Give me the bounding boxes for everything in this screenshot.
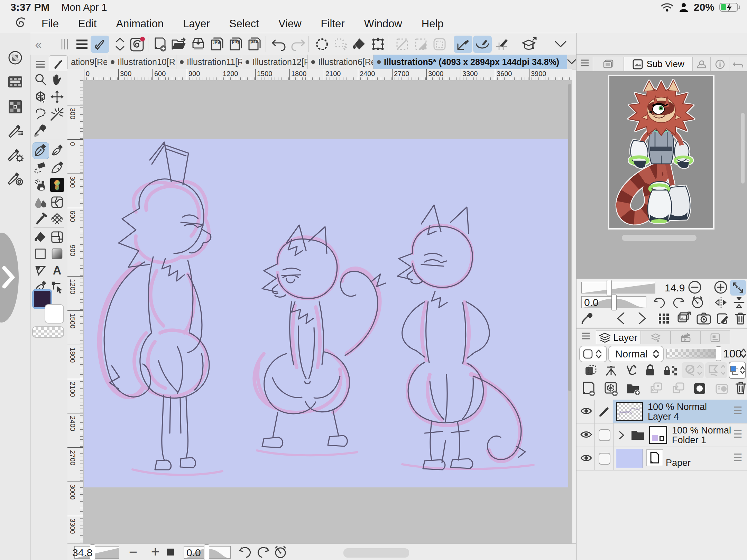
correction-tool[interactable] <box>34 212 47 226</box>
selection-launcher-icon[interactable] <box>431 36 448 53</box>
decoration-tool[interactable] <box>50 178 64 192</box>
subview-flip-vertical-icon[interactable] <box>731 295 747 310</box>
canvas-viewport[interactable] <box>83 80 572 543</box>
liquify-tool[interactable] <box>50 195 64 209</box>
subview-delete-icon[interactable] <box>733 311 747 326</box>
object-tool[interactable] <box>50 280 64 294</box>
redo-icon[interactable] <box>289 36 306 53</box>
transparent-color-swatch[interactable] <box>32 326 64 338</box>
tab-sub-view[interactable]: Sub View <box>624 57 693 71</box>
folder1-drag-handle[interactable]: ☰ <box>733 428 743 440</box>
tab-reference[interactable] <box>693 57 711 71</box>
timeline-icon[interactable] <box>8 75 23 90</box>
folder1-thumbnail[interactable] <box>649 426 667 444</box>
airbrush-tool[interactable] <box>34 178 47 192</box>
blend-tool[interactable] <box>50 161 64 175</box>
brush-size-palette-icon[interactable] <box>8 171 23 186</box>
collapse-palette-icon[interactable]: « <box>30 36 47 53</box>
subview-reset-rotation-icon[interactable] <box>690 295 705 310</box>
subview-fit-icon[interactable] <box>730 280 746 296</box>
command-bar-menu-icon[interactable] <box>73 36 91 53</box>
tab-layer-property[interactable] <box>641 330 671 344</box>
zoom-out-button[interactable]: − <box>126 544 141 560</box>
menu-animation[interactable]: Animation <box>116 18 164 30</box>
lock-transparent-icon[interactable] <box>663 364 677 377</box>
tool-tab-pen[interactable] <box>49 55 68 71</box>
tab-information[interactable] <box>711 57 729 71</box>
new-raster-layer-icon[interactable] <box>581 381 596 396</box>
reset-rotation-icon[interactable] <box>274 545 287 559</box>
delete-layer-icon[interactable] <box>735 381 747 395</box>
toolbar-chevron-down-icon[interactable] <box>552 36 569 53</box>
folder1-checkbox[interactable] <box>599 429 610 441</box>
subview-next-icon[interactable] <box>635 311 650 326</box>
paper-drag-handle[interactable]: ☰ <box>733 451 743 464</box>
paper-thumbnail[interactable] <box>616 449 643 468</box>
secondary-color-swatch[interactable] <box>45 304 64 324</box>
undo-icon[interactable] <box>270 36 288 53</box>
menu-file[interactable]: File <box>42 18 59 30</box>
wand-tool[interactable] <box>50 107 64 121</box>
transform-icon[interactable] <box>369 36 387 53</box>
layer-panel-menu-icon[interactable] <box>581 333 590 339</box>
subview-zoom-in-icon[interactable] <box>713 280 728 295</box>
operation-3d-tool[interactable] <box>34 90 47 104</box>
fill-tool-icon[interactable] <box>351 36 368 53</box>
snap-grid-icon[interactable] <box>494 36 511 53</box>
clip-to-layer-icon[interactable] <box>584 364 597 377</box>
menu-view[interactable]: View <box>278 18 302 30</box>
palette-drag-handle[interactable] <box>56 36 73 53</box>
edge-reveal-chevron-icon[interactable] <box>1 265 15 289</box>
touch-gesture-tool[interactable] <box>91 36 109 53</box>
menu-window[interactable]: Window <box>364 18 402 30</box>
select-area-icon[interactable] <box>313 36 331 53</box>
toolbar-updown-icon[interactable] <box>111 36 129 53</box>
tab-animation-cels[interactable] <box>671 330 700 344</box>
export-psd-icon[interactable]: psd <box>246 36 263 53</box>
rotate-left-icon[interactable] <box>238 545 252 559</box>
material-palette-icon[interactable] <box>8 99 23 114</box>
polyline-tool[interactable] <box>34 263 47 277</box>
transfer-down-icon[interactable] <box>648 382 663 395</box>
subview-vscrollbar[interactable] <box>741 113 745 184</box>
save-icon[interactable] <box>190 36 207 53</box>
pencil-tool[interactable] <box>50 143 64 157</box>
subview-import-image-icon[interactable] <box>676 311 691 326</box>
menu-select[interactable]: Select <box>229 18 259 30</box>
menu-edit[interactable]: Edit <box>78 18 96 30</box>
layer4-visibility-eye-icon[interactable] <box>580 406 592 416</box>
layer-row-layer4[interactable]: 100 % Normal Layer 4 ☰ <box>577 400 747 423</box>
tab-navigator[interactable] <box>593 57 624 71</box>
blur-tool[interactable] <box>34 195 47 209</box>
zoom-in-button[interactable]: + <box>148 544 163 560</box>
new-vector-layer-icon[interactable] <box>603 381 619 396</box>
new-canvas-icon[interactable] <box>151 36 169 53</box>
eyedropper-tool[interactable] <box>34 124 47 138</box>
opacity-slider[interactable] <box>666 349 720 358</box>
layer4-thumbnail[interactable] <box>616 402 643 421</box>
blend-mode-select[interactable]: Normal <box>608 346 664 362</box>
tool-property-icon[interactable] <box>8 148 23 163</box>
document-tab-5[interactable]: Illustration5* (4093 x 2894px 144dpi 34.… <box>374 55 567 69</box>
clip-studio-share-icon[interactable] <box>129 36 146 53</box>
tool-palette-menu-icon[interactable] <box>34 57 47 71</box>
document-tab-2[interactable]: Illustration11[R <box>176 55 242 69</box>
paper-checkbox[interactable] <box>599 453 610 465</box>
snap-special-ruler-icon[interactable] <box>473 36 492 53</box>
subview-hscrollbar[interactable] <box>622 235 697 241</box>
folder1-visibility-eye-icon[interactable] <box>580 429 592 440</box>
subview-image-area[interactable] <box>577 71 747 279</box>
apply-mask-icon[interactable] <box>714 382 729 395</box>
gradient-tool[interactable] <box>50 247 64 261</box>
mask-range-combo[interactable] <box>705 362 727 378</box>
document-tab-4[interactable]: Illustration6[Re <box>308 55 374 69</box>
document-tab-1[interactable]: Illustration10[R <box>107 55 176 69</box>
layer-row-paper[interactable]: Paper ☰ <box>577 447 747 470</box>
pen-tool-selected[interactable] <box>34 143 47 157</box>
opacity-spinner[interactable] <box>740 346 747 360</box>
menu-filter[interactable]: Filter <box>321 18 345 30</box>
subview-zoom-slider[interactable] <box>581 282 655 293</box>
rotate-right-icon[interactable] <box>256 545 270 559</box>
figure-tool[interactable] <box>34 247 47 261</box>
subview-camera-icon[interactable] <box>696 311 711 326</box>
